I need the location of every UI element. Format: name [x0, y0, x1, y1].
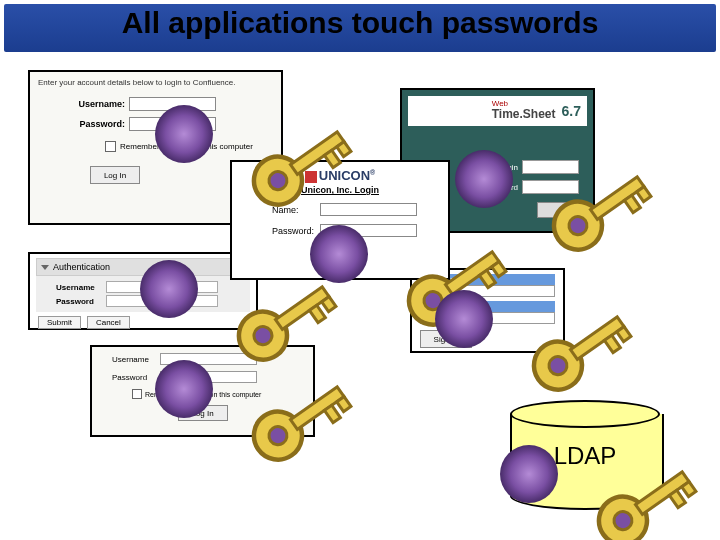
- key-icon: [435, 290, 493, 348]
- remember-checkbox[interactable]: [105, 141, 116, 152]
- brand-name: Time.Sheet: [492, 107, 556, 121]
- key-icon: [155, 105, 213, 163]
- password-label: Password: [56, 297, 106, 306]
- key-icon: [455, 150, 513, 208]
- username-label: Username:: [70, 99, 125, 109]
- username-label: Username: [56, 283, 106, 292]
- key-icon: [155, 360, 213, 418]
- version: 6.7: [562, 103, 581, 119]
- password-label: Password:: [70, 119, 125, 129]
- title-text: All applications touch passwords: [122, 6, 599, 39]
- key-icon: [500, 445, 558, 503]
- intro-text: Enter your account details below to logi…: [38, 78, 273, 87]
- login-button[interactable]: Log In: [90, 166, 140, 184]
- submit-button[interactable]: Submit: [38, 316, 81, 329]
- key-icon: [140, 260, 198, 318]
- chevron-down-icon: [41, 265, 49, 270]
- cancel-button[interactable]: Cancel: [87, 316, 130, 329]
- slide-title: All applications touch passwords: [0, 6, 720, 40]
